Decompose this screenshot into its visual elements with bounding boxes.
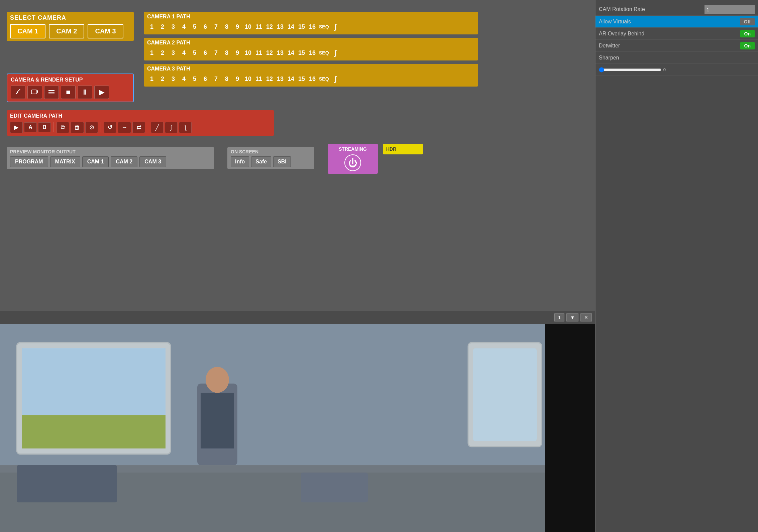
render-pause-btn[interactable]: ⏸ [78, 86, 92, 99]
path3-step11[interactable]: 11 [254, 74, 263, 84]
render-stop-btn[interactable]: ■ [61, 86, 76, 99]
path1-step2[interactable]: 2 [158, 22, 167, 32]
path3-step12[interactable]: 12 [265, 74, 274, 84]
edit-camera-path-title: EDIT CAMERA PATH [10, 113, 271, 119]
allow-virtuals-toggle[interactable]: Off [740, 18, 755, 25]
render-draw-btn[interactable] [11, 86, 25, 99]
path2-step3[interactable]: 3 [169, 48, 178, 58]
detwitter-toggle[interactable]: On [740, 42, 755, 49]
page-number-btn[interactable]: 1 [554, 313, 564, 321]
preview-cam3-btn[interactable]: CAM 3 [139, 156, 166, 167]
ar-overlay-behind-toggle[interactable]: On [740, 30, 755, 37]
path3-step3[interactable]: 3 [169, 74, 178, 84]
edit-delete-btn[interactable]: 🗑 [71, 122, 84, 133]
edit-curve2-btn[interactable]: ∫ [179, 122, 192, 133]
path1-step13[interactable]: 13 [276, 22, 285, 32]
path1-step7[interactable]: 7 [211, 22, 221, 32]
preview-program-btn[interactable]: PROGRAM [10, 156, 48, 167]
path1-step4[interactable]: 4 [179, 22, 189, 32]
close-btn[interactable]: ✕ [580, 313, 592, 321]
path2-step12[interactable]: 12 [265, 48, 274, 58]
path1-step5[interactable]: 5 [190, 22, 199, 32]
path1-step15[interactable]: 15 [297, 22, 306, 32]
path3-curve[interactable]: ∫ [331, 73, 340, 85]
path2-step14[interactable]: 14 [286, 48, 296, 58]
path2-step11[interactable]: 11 [254, 48, 263, 58]
path1-step3[interactable]: 3 [169, 22, 178, 32]
path2-seq[interactable]: SEQ [318, 49, 330, 57]
camera-render-setup-panel: CAMERA & RENDER SETUP ■ ⏸ ▶ [7, 74, 134, 102]
select-camera-panel: SELECT CAMERA CAM 1 CAM 2 CAM 3 [7, 12, 134, 41]
sharpen-label: Sharpen [599, 55, 755, 61]
path3-step6[interactable]: 6 [201, 74, 210, 84]
path2-step13[interactable]: 13 [276, 48, 285, 58]
streaming-power-button[interactable]: ⏻ [344, 154, 361, 171]
path3-step8[interactable]: 8 [222, 74, 231, 84]
path1-step14[interactable]: 14 [286, 22, 296, 32]
edit-copy-btn[interactable]: ⧉ [57, 122, 69, 133]
path2-step8[interactable]: 8 [222, 48, 231, 58]
path1-step8[interactable]: 8 [222, 22, 231, 32]
on-screen-safe-btn[interactable]: Safe [251, 156, 271, 167]
path2-step2[interactable]: 2 [158, 48, 167, 58]
path3-step15[interactable]: 15 [297, 74, 306, 84]
path3-step7[interactable]: 7 [211, 74, 221, 84]
path1-step16[interactable]: 16 [308, 22, 317, 32]
edit-swap-btn[interactable]: ⇄ [132, 122, 145, 133]
streaming-panel: STREAMING ⏻ [328, 144, 378, 174]
path2-step4[interactable]: 4 [179, 48, 189, 58]
page-dropdown-btn[interactable]: ▼ [566, 313, 578, 321]
preview-cam2-btn[interactable]: CAM 2 [111, 156, 137, 167]
path3-step2[interactable]: 2 [158, 74, 167, 84]
render-play-btn[interactable]: ▶ [94, 86, 109, 99]
path3-step4[interactable]: 4 [179, 74, 189, 84]
edit-close-btn[interactable]: ⊗ [85, 122, 98, 133]
render-camera-btn[interactable] [27, 86, 42, 99]
path1-curve[interactable]: ∫ [331, 21, 340, 32]
edit-mirror-btn[interactable]: ↔ [118, 122, 131, 133]
preview-cam1-btn[interactable]: CAM 1 [82, 156, 109, 167]
render-list-btn[interactable] [44, 86, 59, 99]
preview-matrix-btn[interactable]: MATRIX [50, 156, 80, 167]
cam1-button[interactable]: CAM 1 [10, 24, 45, 38]
path2-step9[interactable]: 9 [233, 48, 242, 58]
path3-step9[interactable]: 9 [233, 74, 242, 84]
path1-step1[interactable]: 1 [147, 22, 156, 32]
path3-step14[interactable]: 14 [286, 74, 296, 84]
edit-curve1-btn[interactable]: ∫ [165, 122, 178, 133]
path1-step9[interactable]: 9 [233, 22, 242, 32]
path2-step1[interactable]: 1 [147, 48, 156, 58]
sharpen-slider-row: 0 [595, 64, 758, 76]
path1-step12[interactable]: 12 [265, 22, 274, 32]
ar-overlay-behind-label: AR Overlay Behind [599, 31, 740, 37]
cam2-button[interactable]: CAM 2 [49, 24, 84, 38]
path2-step5[interactable]: 5 [190, 48, 199, 58]
path2-step6[interactable]: 6 [201, 48, 210, 58]
path2-step16[interactable]: 16 [308, 48, 317, 58]
path2-step15[interactable]: 15 [297, 48, 306, 58]
path3-step5[interactable]: 5 [190, 74, 199, 84]
path2-curve[interactable]: ∫ [331, 47, 340, 58]
camera3-path-panel: CAMERA 3 PATH 1 2 3 4 5 6 7 8 9 10 11 12… [144, 64, 478, 87]
path3-step13[interactable]: 13 [276, 74, 285, 84]
path3-step16[interactable]: 16 [308, 74, 317, 84]
path1-seq[interactable]: SEQ [318, 23, 330, 31]
path1-step6[interactable]: 6 [201, 22, 210, 32]
path1-step10[interactable]: 10 [243, 22, 253, 32]
path2-step10[interactable]: 10 [243, 48, 253, 58]
cam-rotation-rate-input[interactable] [705, 5, 755, 14]
edit-line-btn[interactable]: ╱ [151, 122, 164, 133]
edit-play-btn[interactable]: ▶ [10, 122, 23, 133]
path3-seq[interactable]: SEQ [318, 75, 330, 83]
path3-step10[interactable]: 10 [243, 74, 253, 84]
path1-step11[interactable]: 11 [254, 22, 263, 32]
sharpen-slider[interactable] [599, 67, 661, 73]
edit-label-a[interactable]: A [24, 122, 37, 132]
edit-rotate-btn[interactable]: ↺ [104, 122, 116, 133]
edit-label-b[interactable]: B [38, 122, 51, 132]
on-screen-sbi-btn[interactable]: SBI [273, 156, 291, 167]
cam3-button[interactable]: CAM 3 [88, 24, 123, 38]
path3-step1[interactable]: 1 [147, 74, 156, 84]
on-screen-info-btn[interactable]: Info [231, 156, 249, 167]
path2-step7[interactable]: 7 [211, 48, 221, 58]
